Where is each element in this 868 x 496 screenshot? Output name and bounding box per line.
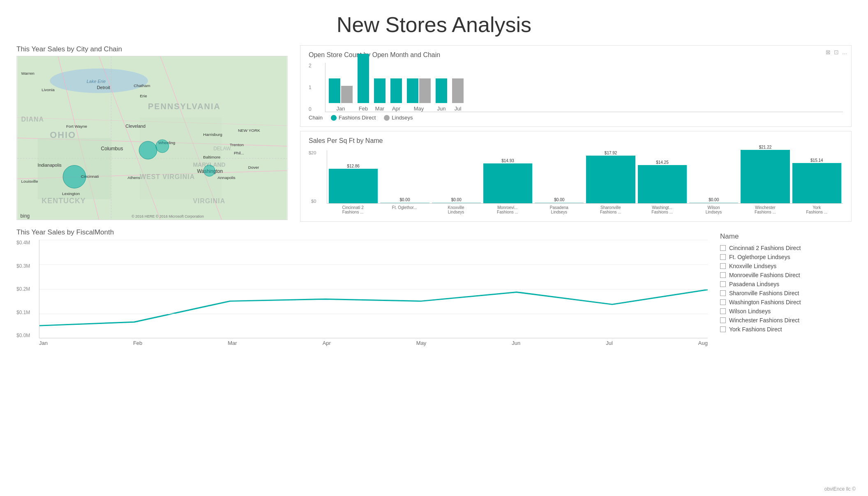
- legend-list: Cincinnati 2 Fashions Direct Ft. Ogletho…: [720, 245, 852, 333]
- y-label-2: 2: [309, 63, 312, 69]
- sqft-x-wash: Washingt...Fashions ...: [637, 205, 686, 214]
- bar-mar-label: Mar: [375, 106, 384, 112]
- svg-text:Dover: Dover: [248, 165, 259, 170]
- map-container[interactable]: Lake Erie OHIO DIANA: [16, 56, 288, 220]
- sqft-y-20: $20: [309, 150, 316, 155]
- bar-apr-label: Apr: [392, 106, 400, 112]
- sqft-x-mon: Monroevi...Fashions ...: [483, 205, 532, 214]
- line-x-jan: Jan: [39, 340, 48, 346]
- bar-jun: Jun: [436, 78, 447, 112]
- legend-item-0[interactable]: Cincinnati 2 Fashions Direct: [720, 245, 852, 251]
- line-y-00: $0.0M: [16, 333, 30, 338]
- bar-may-label: May: [414, 106, 424, 112]
- legend-checkbox-7[interactable]: [720, 308, 726, 314]
- legend-checkbox-3[interactable]: [720, 272, 726, 278]
- sqft-bar-york: $15.14: [792, 158, 841, 203]
- line-chart-section: This Year Sales by FiscalMonth $0.4M $0.…: [16, 228, 708, 364]
- lindseys-dot: [384, 115, 390, 121]
- legend-title: Name: [720, 232, 852, 241]
- svg-text:Livonia: Livonia: [42, 87, 55, 92]
- sqft-rect-mon: [483, 163, 532, 203]
- legend-checkbox-9[interactable]: [720, 326, 726, 332]
- legend-label-5: Sharonville Fashions Direct: [729, 290, 799, 296]
- legend-checkbox-2[interactable]: [720, 263, 726, 269]
- legend-label-0: Cincinnati 2 Fashions Direct: [729, 245, 801, 251]
- more-icon[interactable]: ...: [842, 49, 847, 55]
- sqft-rect-knox: [432, 202, 481, 203]
- sqft-rect-sha: [586, 156, 635, 203]
- legend-item-2[interactable]: Knoxville Lindseys: [720, 263, 852, 269]
- sqft-x-pas: PasadenaLindseys: [535, 205, 584, 214]
- svg-point-46: [203, 165, 215, 177]
- legend-checkbox-8[interactable]: [720, 317, 726, 323]
- sqft-rect-wil: [689, 202, 738, 203]
- line-x-mar: Mar: [228, 340, 237, 346]
- sqft-bar-wil: $0.00: [689, 197, 738, 203]
- sqft-bar-sha: $17.92: [586, 151, 635, 203]
- bar-feb-label: Feb: [359, 106, 368, 112]
- bar-jun-teal: [436, 78, 447, 103]
- svg-text:Warren: Warren: [21, 71, 35, 76]
- sqft-val-sha: $17.92: [605, 151, 617, 155]
- fashions-direct-dot: [331, 115, 337, 121]
- expand-icon[interactable]: ⊠: [826, 49, 831, 55]
- svg-text:Chatham: Chatham: [134, 83, 150, 88]
- sqft-chart-title: Sales Per Sq Ft by Name: [309, 137, 843, 145]
- svg-text:OHIO: OHIO: [50, 130, 76, 140]
- bar-jan-teal: [329, 78, 340, 103]
- fullscreen-icon[interactable]: ⊡: [834, 49, 839, 55]
- line-x-jun: Jun: [512, 340, 520, 346]
- svg-text:Louisville: Louisville: [21, 179, 38, 184]
- sqft-bar-pas: $0.00: [535, 197, 584, 203]
- line-x-apr: Apr: [323, 340, 331, 346]
- sqft-x-knox: KnoxvilleLindseys: [432, 205, 480, 214]
- line-chart-area: [39, 240, 708, 338]
- sqft-bar-ft: $0.00: [380, 197, 429, 203]
- svg-text:VIRGINIA: VIRGINIA: [193, 197, 226, 204]
- legend-label-4: Pasadena Lindseys: [729, 281, 779, 287]
- legend-item-9[interactable]: York Fashions Direct: [720, 326, 852, 333]
- svg-text:Annapolis: Annapolis: [217, 175, 235, 180]
- legend-item-7[interactable]: Wilson Lindseys: [720, 308, 852, 315]
- legend-item-3[interactable]: Monroeville Fashions Direct: [720, 272, 852, 278]
- legend-checkbox-6[interactable]: [720, 299, 726, 305]
- sqft-bar-win: $21.22: [741, 145, 790, 203]
- legend-label-7: Wilson Lindseys: [729, 308, 771, 315]
- svg-text:PENNSYLVANIA: PENNSYLVANIA: [148, 102, 221, 111]
- page-title: New Stores Analysis: [0, 0, 868, 45]
- legend-checkbox-1[interactable]: [720, 254, 726, 260]
- svg-text:WEST VIRGINIA: WEST VIRGINIA: [140, 173, 195, 180]
- sqft-rect-ft: [380, 202, 429, 203]
- sqft-val-york: $15.14: [810, 158, 823, 163]
- legend-checkbox-4[interactable]: [720, 281, 726, 287]
- line-y-03: $0.3M: [16, 263, 30, 269]
- legend-item-4[interactable]: Pasadena Lindseys: [720, 281, 852, 287]
- legend-checkbox-0[interactable]: [720, 245, 726, 251]
- svg-text:Lexington: Lexington: [62, 191, 80, 196]
- legend-section: Name Cincinnati 2 Fashions Direct Ft. Og…: [720, 228, 852, 364]
- legend-checkbox-5[interactable]: [720, 290, 726, 296]
- sqft-rect-wash: [638, 165, 687, 203]
- svg-text:Phil...: Phil...: [234, 151, 244, 155]
- legend-item-5[interactable]: Sharonville Fashions Direct: [720, 290, 852, 296]
- line-y-04: $0.4M: [16, 240, 30, 246]
- bar-mar: Mar: [374, 78, 386, 112]
- svg-text:Baltimore: Baltimore: [203, 155, 220, 159]
- line-x-may: May: [416, 340, 427, 346]
- legend-item-6[interactable]: Washington Fashions Direct: [720, 299, 852, 305]
- line-x-aug: Aug: [698, 340, 708, 346]
- legend-item-8[interactable]: Winchester Fashions Direct: [720, 317, 852, 324]
- sqft-chart: Sales Per Sq Ft by Name $20 $0 $12.86: [300, 131, 852, 222]
- svg-text:KENTUCKY: KENTUCKY: [42, 197, 85, 205]
- sqft-bar-knox: $0.00: [432, 197, 481, 203]
- svg-point-44: [139, 141, 157, 159]
- sqft-val-win: $21.22: [759, 145, 772, 149]
- bar-mar-teal: [374, 78, 386, 103]
- svg-text:DIANA: DIANA: [21, 116, 44, 123]
- svg-text:Trenton: Trenton: [230, 142, 244, 147]
- bar-apr: Apr: [390, 78, 402, 112]
- svg-text:bing: bing: [21, 213, 30, 219]
- panel-icons[interactable]: ⊠ ⊡ ...: [826, 49, 847, 55]
- bar-apr-teal: [390, 78, 402, 103]
- legend-item-1[interactable]: Ft. Oglethorpe Lindseys: [720, 254, 852, 260]
